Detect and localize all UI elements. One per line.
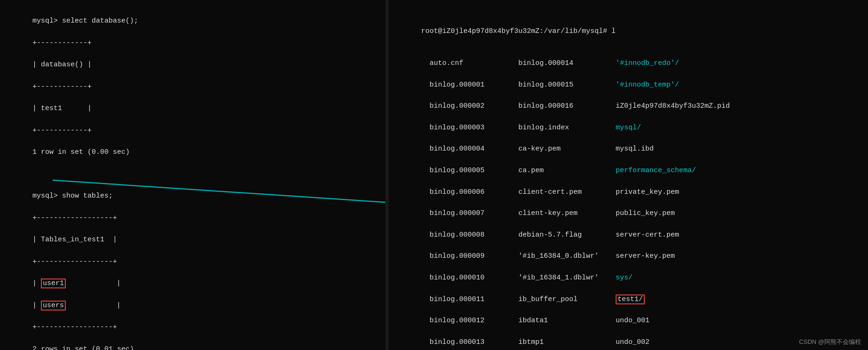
line-3: | database() |	[32, 61, 92, 69]
r-line-8: binlog.000006 client-cert.pem private_ke…	[421, 188, 679, 196]
r-line-15: binlog.000013 ibtmp1 undo_002	[421, 338, 649, 346]
r-line-7: binlog.000005 ca.pem performance_schema/	[421, 167, 696, 175]
line-5: | test1 |	[32, 104, 92, 112]
r-line-1: root@iZ0jle4p97d8x4byf3u32mZ:/var/lib/my…	[421, 27, 616, 35]
test1-dir-boxed: test1/	[616, 294, 645, 304]
r-line-2: auto.cnf binlog.000014 '#innodb_redo'/	[421, 59, 679, 67]
users-boxed: users	[41, 301, 66, 310]
r-line-4: binlog.000002 binlog.000016 iZ0jle4p97d8…	[421, 102, 730, 110]
r-line-3: binlog.000001 binlog.000015 '#innodb_tem…	[421, 81, 679, 89]
r-line-9: binlog.000007 client-key.pem public_key.…	[421, 209, 675, 217]
panel-divider	[385, 0, 389, 350]
line-4: +------------+	[32, 83, 92, 91]
r-line-10: binlog.000008 debian-5.7.flag server-cer…	[421, 231, 679, 239]
line-users: | users |	[32, 301, 121, 310]
watermark: CSDN @阿熊不会编程	[799, 338, 861, 346]
r-line-12: binlog.000010 '#ib_16384_1.dblwr' sys/	[421, 274, 633, 282]
line-11: | Tables_in_test1 |	[32, 236, 117, 244]
r-line-5: binlog.000003 binlog.index mysql/	[421, 124, 641, 132]
user1-boxed: user1	[41, 278, 66, 288]
r-line-11: binlog.000009 '#ib_16384_0.dblwr' server…	[421, 252, 675, 260]
line-13: +------------------+	[32, 323, 117, 331]
line-14: 2 rows in set (0.01 sec)	[32, 345, 134, 350]
main-container: mysql> select database(); +------------+…	[0, 0, 868, 350]
r-line-13: binlog.000011 ib_buffer_pool test1/	[421, 294, 645, 304]
left-terminal-content: mysql> select database(); +------------+…	[7, 5, 378, 350]
line-12: +------------------+	[32, 258, 117, 266]
line-7: 1 row in set (0.00 sec)	[32, 148, 130, 156]
line-6: +------------+	[32, 127, 92, 135]
right-terminal: root@iZ0jle4p97d8x4byf3u32mZ:/var/lib/my…	[389, 0, 868, 350]
left-terminal: mysql> select database(); +------------+…	[0, 0, 385, 350]
right-terminal-content: root@iZ0jle4p97d8x4byf3u32mZ:/var/lib/my…	[396, 5, 861, 350]
line-user1: | user1 |	[32, 278, 121, 288]
line-2: +------------+	[32, 39, 92, 47]
line-10: +------------------+	[32, 214, 117, 222]
line-9: mysql> show tables;	[32, 192, 113, 200]
line-1: mysql> select database();	[32, 17, 138, 25]
r-line-14: binlog.000012 ibdata1 undo_001	[421, 317, 649, 325]
r-line-6: binlog.000004 ca-key.pem mysql.ibd	[421, 145, 654, 153]
